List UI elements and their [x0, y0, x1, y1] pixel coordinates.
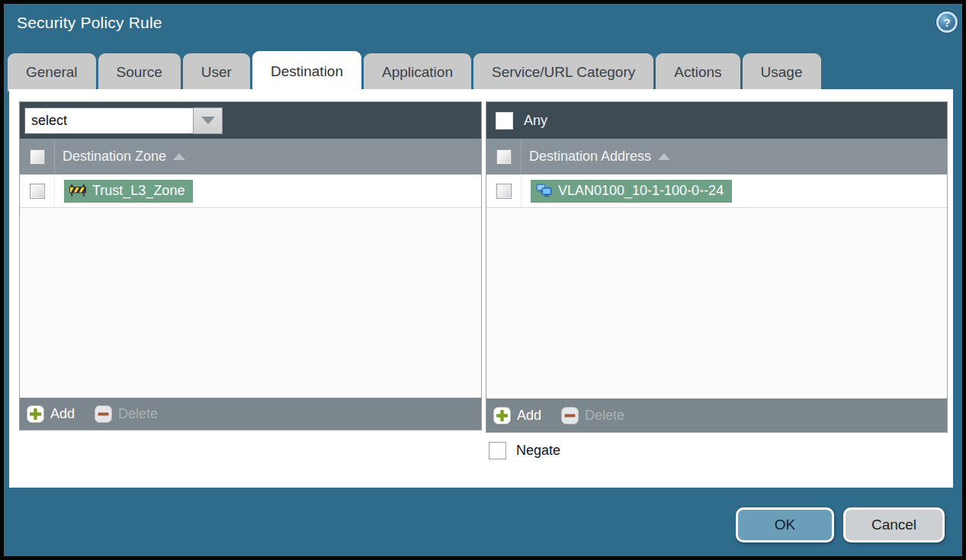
ok-button[interactable]: OK [736, 507, 834, 542]
address-list: VLAN0100_10-1-100-0--24 [486, 174, 947, 398]
add-plus-icon [493, 407, 511, 424]
delete-minus-icon [561, 407, 579, 424]
tab-user[interactable]: User [183, 53, 250, 91]
zone-select-all-checkbox[interactable] [30, 149, 45, 165]
address-add-button[interactable]: Add [493, 407, 541, 424]
zone-filter-dropdown-button[interactable] [193, 107, 223, 134]
zone-row[interactable]: Trust_L3_Zone [20, 174, 481, 208]
sort-ascending-icon [173, 153, 185, 160]
tab-general[interactable]: General [8, 53, 96, 91]
sort-ascending-icon [658, 153, 670, 160]
zone-row-tag[interactable]: Trust_L3_Zone [64, 180, 193, 203]
zone-table-header: Destination Zone [20, 139, 481, 174]
address-toolbar: Add Delete [486, 398, 947, 432]
address-column-header[interactable]: Destination Address [522, 149, 670, 165]
help-icon[interactable]: ? [936, 11, 958, 33]
zone-filter-combo [24, 107, 223, 134]
zone-barrier-icon [69, 184, 86, 197]
destination-tab-content: Destination Zone [9, 89, 953, 488]
chevron-down-icon [201, 117, 215, 124]
zone-row-label: Trust_L3_Zone [92, 183, 185, 199]
address-row-tag[interactable]: VLAN0100_10-1-100-0--24 [531, 180, 732, 203]
network-hosts-icon [536, 184, 552, 197]
zone-column-header[interactable]: Destination Zone [55, 149, 185, 165]
tab-bar: General Source User Destination Applicat… [8, 51, 821, 91]
destination-zone-panel: Destination Zone [19, 101, 482, 430]
tab-usage[interactable]: Usage [743, 53, 821, 91]
address-row[interactable]: VLAN0100_10-1-100-0--24 [486, 174, 947, 208]
cancel-button[interactable]: Cancel [843, 507, 945, 542]
zone-filter-bar [20, 102, 481, 139]
address-delete-button[interactable]: Delete [561, 407, 624, 424]
negate-option: Negate [489, 442, 560, 459]
address-select-all-checkbox[interactable] [496, 149, 512, 165]
tab-application[interactable]: Application [364, 53, 471, 91]
add-plus-icon [27, 405, 44, 423]
dialog-title: Security Policy Rule [17, 14, 162, 32]
any-checkbox[interactable] [496, 112, 513, 130]
zone-list: Trust_L3_Zone [20, 174, 481, 398]
tab-actions[interactable]: Actions [656, 53, 740, 91]
address-any-bar: Any [486, 102, 947, 139]
negate-label: Negate [516, 443, 560, 459]
zone-filter-input[interactable] [24, 107, 193, 134]
delete-minus-icon [95, 405, 112, 423]
tab-destination[interactable]: Destination [252, 51, 361, 91]
zone-toolbar: Add Delete [20, 398, 481, 430]
negate-checkbox[interactable] [489, 442, 506, 459]
address-row-checkbox[interactable] [496, 184, 512, 199]
zone-add-button[interactable]: Add [27, 405, 75, 423]
address-table-header: Destination Address [486, 139, 947, 174]
zone-row-checkbox[interactable] [30, 184, 45, 199]
security-policy-rule-dialog: Security Policy Rule ? General Source Us… [0, 0, 966, 560]
tab-service-url-category[interactable]: Service/URL Category [473, 53, 653, 91]
zone-delete-button[interactable]: Delete [95, 405, 158, 423]
tab-source[interactable]: Source [98, 53, 181, 91]
address-row-label: VLAN0100_10-1-100-0--24 [558, 183, 724, 199]
destination-address-panel: Any Destination Address [486, 101, 948, 433]
any-label: Any [524, 113, 547, 129]
